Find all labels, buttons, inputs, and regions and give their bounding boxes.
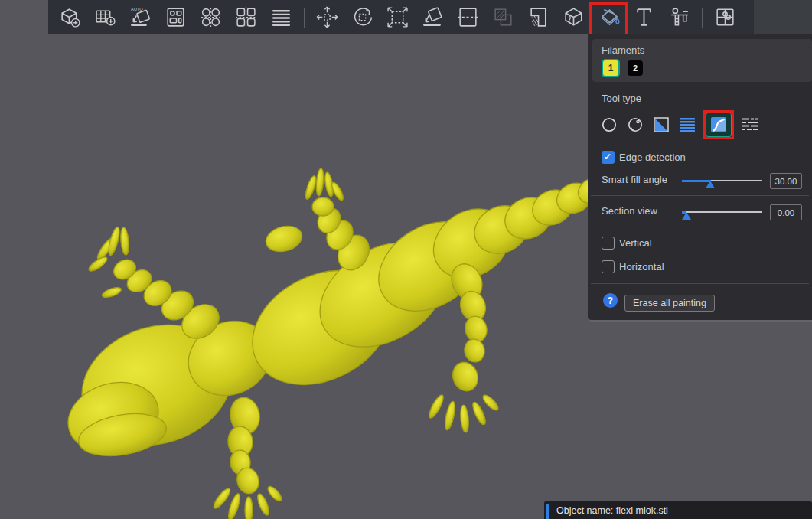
smart-fill-angle-row: Smart fill angle: [602, 174, 667, 185]
highlight-box-smart-fill: [703, 110, 734, 139]
tool-type-title: Tool type: [602, 93, 641, 104]
object-info-tooltip: Object name: flexi mlok.stl Size: 225.32…: [544, 501, 812, 519]
tooltip-accent-bar: [546, 504, 549, 519]
section-view-slider[interactable]: [682, 204, 762, 220]
add-object-icon[interactable]: [57, 5, 83, 30]
filaments-title: Filaments: [602, 44, 644, 56]
support-painting-icon[interactable]: [526, 5, 551, 30]
main-toolbar: AUTO: [48, 0, 754, 34]
tool-gap-fill-icon[interactable]: [742, 117, 758, 132]
tool-fill-icon[interactable]: [680, 117, 695, 132]
slider-thumb[interactable]: [682, 212, 691, 220]
lay-on-face-icon[interactable]: [420, 5, 445, 30]
help-icon[interactable]: ?: [603, 293, 618, 308]
vertical-row: Vertical: [602, 237, 652, 250]
toolbar-right-spacer: [754, 0, 812, 34]
move-icon[interactable]: [315, 5, 340, 30]
auto-orient-icon[interactable]: AUTO: [128, 5, 153, 30]
vertical-label: Vertical: [619, 237, 652, 249]
filaments-card: Filaments 1 2: [592, 39, 812, 82]
tool-triangle-icon[interactable]: [654, 117, 669, 132]
split-to-parts-icon[interactable]: [233, 5, 259, 30]
panel-separator: [591, 283, 809, 284]
slider-thumb[interactable]: [706, 181, 715, 188]
seam-painting-icon[interactable]: [561, 5, 586, 30]
section-view-row: Section view: [602, 205, 657, 217]
vertical-checkbox[interactable]: [602, 237, 615, 250]
object-name-text: Object name: flexi mlok.stl: [556, 505, 668, 516]
variable-layer-height-icon[interactable]: [269, 5, 294, 30]
horizontal-row: Horizontal: [602, 260, 664, 273]
color-painting-panel: Filaments 1 2 Tool type: [588, 34, 812, 322]
measure-icon[interactable]: [667, 5, 692, 30]
slider-track[interactable]: [682, 211, 762, 213]
add-plate-icon[interactable]: [93, 5, 118, 30]
auto-label: AUTO: [131, 7, 143, 11]
horizontal-label: Horizontal: [619, 261, 664, 273]
toolbar-separator: [304, 8, 305, 28]
filament-1-button[interactable]: 1: [602, 59, 620, 77]
edge-detection-row: Edge detection: [602, 151, 686, 164]
toolbar-separator: [702, 8, 703, 28]
horizontal-checkbox[interactable]: [602, 260, 615, 273]
edge-detection-label: Edge detection: [619, 152, 686, 163]
assembly-view-icon[interactable]: [713, 5, 738, 30]
cut-icon[interactable]: [455, 5, 481, 30]
scale-icon[interactable]: [385, 5, 410, 30]
smart-fill-angle-value[interactable]: 30.00: [770, 173, 802, 189]
tool-circle-icon[interactable]: [602, 117, 617, 132]
color-painting-icon[interactable]: [596, 5, 621, 30]
split-to-objects-icon[interactable]: [198, 5, 223, 30]
filament-2-button[interactable]: 2: [628, 60, 643, 76]
edge-detection-checkbox[interactable]: [602, 151, 615, 164]
arrange-icon[interactable]: [163, 5, 188, 30]
erase-all-painting-button[interactable]: Erase all painting: [624, 295, 715, 312]
section-view-label: Section view: [602, 205, 657, 217]
smart-fill-angle-slider[interactable]: [682, 172, 762, 189]
section-view-value[interactable]: 0.00: [770, 204, 802, 220]
smart-fill-angle-label: Smart fill angle: [602, 174, 667, 185]
tool-sphere-icon[interactable]: [628, 117, 643, 132]
add-text-icon[interactable]: [631, 5, 657, 30]
panel-separator: [591, 195, 809, 196]
tool-smart-fill-icon[interactable]: [706, 113, 732, 137]
rotate-icon[interactable]: [350, 5, 375, 30]
mesh-boolean-icon[interactable]: [491, 5, 516, 30]
